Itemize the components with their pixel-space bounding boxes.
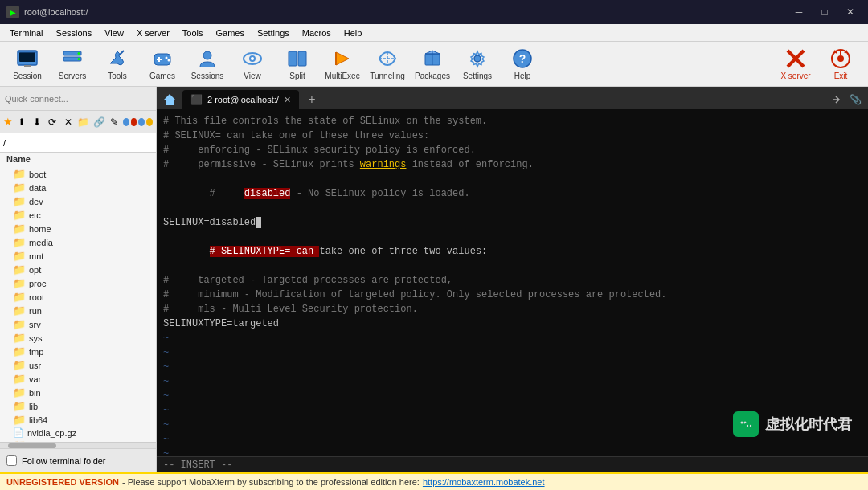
sidebar-link-btn[interactable]: 🔗 (92, 113, 105, 131)
toolbar-view-label: View (244, 71, 261, 80)
sidebar: ★ ⬆ ⬇ ⟳ ✕ 📁 🔗 ✎ / Name 📁 boot (0, 87, 157, 472)
path-input[interactable]: / (3, 138, 153, 148)
terminal-area: ⬛ 2 root@localhost:/ ✕ + 📎 # This file c… (157, 87, 868, 472)
toolbar-packages[interactable]: Packages (411, 45, 453, 84)
pin-icon[interactable]: 📎 (845, 90, 865, 109)
tree-item-run[interactable]: 📁 run (0, 304, 156, 317)
tree-item-opt[interactable]: 📁 opt (0, 263, 156, 276)
toolbar-separator (768, 45, 768, 77)
tree-item-lib64[interactable]: 📁 lib64 (0, 413, 156, 427)
tree-item-boot[interactable]: 📁 boot (0, 167, 156, 181)
menu-macros[interactable]: Macros (296, 27, 338, 39)
tree-item-mnt[interactable]: 📁 mnt (0, 249, 156, 263)
toolbar-sessions-label: Sessions (191, 71, 224, 80)
tree-item-proc[interactable]: 📁 proc (0, 276, 156, 290)
folder-icon: 📁 (13, 291, 26, 303)
tree-item-data[interactable]: 📁 data (0, 181, 156, 194)
sidebar-download-btn[interactable]: ⬇ (31, 113, 44, 131)
sidebar-edit-btn[interactable]: ✎ (108, 113, 121, 131)
toolbar-session[interactable]: Session (6, 45, 48, 84)
folder-icon: 📁 (13, 168, 26, 180)
menu-xserver[interactable]: X server (130, 27, 176, 39)
minimize-button[interactable]: ─ (788, 4, 810, 20)
sidebar-stop-btn[interactable]: ✕ (61, 113, 75, 131)
sidebar-new-folder-btn[interactable]: 📁 (76, 113, 90, 131)
tree-item-srv[interactable]: 📁 srv (0, 317, 156, 331)
exit-icon (829, 47, 852, 70)
tree-item-usr[interactable]: 📁 usr (0, 358, 156, 372)
quick-connect-input[interactable] (5, 94, 151, 104)
toolbar-games-label: Games (149, 71, 175, 80)
svg-point-40 (747, 425, 748, 427)
tree-item-bin[interactable]: 📁 bin (0, 386, 156, 399)
term-tilde-3: ~ (163, 360, 862, 374)
unregistered-label: UNREGISTERED VERSION (6, 477, 119, 487)
tree-item-root[interactable]: 📁 root (0, 290, 156, 304)
tab-nav-home[interactable] (160, 90, 179, 109)
toolbar-xserver[interactable]: X server (775, 45, 817, 84)
folder-icon: 📁 (13, 386, 26, 398)
tree-item-nvidia[interactable]: 📄 nvidia_cp.gz (0, 427, 156, 439)
bookmark-star-icon[interactable]: ★ (3, 116, 14, 129)
menu-settings[interactable]: Settings (251, 27, 296, 39)
toolbar-servers[interactable]: Servers (51, 45, 93, 84)
sidebar-scrollbar-thumb[interactable] (8, 443, 56, 448)
toolbar-tools[interactable]: Tools (96, 45, 138, 84)
tab-close-button[interactable]: ✕ (284, 95, 291, 105)
toolbar-settings-label: Settings (463, 71, 492, 80)
sidebar-up-btn[interactable]: ⬆ (15, 113, 29, 131)
tree-item-sys[interactable]: 📁 sys (0, 331, 156, 345)
menu-terminal[interactable]: Terminal (3, 27, 50, 39)
svg-rect-2 (24, 65, 31, 67)
tree-item-label: tmp (29, 347, 43, 357)
toolbar: Session Servers Tools Games Sessions Vie… (0, 42, 868, 87)
toolbar-settings[interactable]: Settings (457, 45, 498, 84)
add-tab-button[interactable]: + (302, 90, 321, 109)
tree-item-tmp[interactable]: 📁 tmp (0, 345, 156, 358)
toolbar-help[interactable]: ? Help (502, 45, 543, 84)
tree-item-var[interactable]: 📁 var (0, 372, 156, 386)
menu-games[interactable]: Games (210, 27, 251, 39)
toolbar-tunneling[interactable]: Tunneling (366, 45, 408, 84)
status-message: - Please support MobaXterm by subscribin… (122, 477, 420, 487)
toolbar-help-label: Help (514, 71, 531, 80)
toolbar-exit[interactable]: Exit (820, 45, 862, 84)
tree-item-home[interactable]: 📁 home (0, 222, 156, 235)
tree-item-label: mnt (29, 251, 43, 261)
sidebar-scrollbar[interactable] (0, 442, 156, 448)
svg-point-37 (741, 422, 743, 424)
title-bar: ▶ root@localhost:/ ─ □ ✕ (0, 0, 868, 24)
tree-item-dev[interactable]: 📁 dev (0, 194, 156, 208)
toolbar-sessions[interactable]: Sessions (186, 45, 228, 84)
menu-sessions[interactable]: Sessions (50, 27, 99, 39)
menu-tools[interactable]: Tools (176, 27, 210, 39)
multiexec-icon (331, 47, 354, 70)
mobatek-link[interactable]: https://mobaxterm.mobatek.net (423, 477, 545, 487)
close-button[interactable]: ✕ (839, 4, 862, 20)
tree-item-label: opt (29, 265, 41, 275)
sidebar-footer: Follow terminal folder (0, 448, 156, 472)
toolbar-games[interactable]: Games (141, 45, 183, 84)
sessions-icon (196, 47, 219, 70)
tree-item-media[interactable]: 📁 media (0, 235, 156, 249)
toolbar-view[interactable]: View (231, 45, 273, 84)
toolbar-exit-label: Exit (834, 71, 848, 80)
tab-attach-button[interactable] (826, 90, 845, 109)
toolbar-multiexec[interactable]: MultiExec (321, 45, 363, 84)
terminal-content[interactable]: # This file controls the state of SELinu… (157, 109, 868, 456)
folder-icon: 📁 (13, 263, 26, 276)
tab-root-localhost[interactable]: ⬛ 2 root@localhost:/ ✕ (182, 90, 299, 109)
svg-point-28 (474, 55, 481, 62)
toolbar-tunneling-label: Tunneling (370, 71, 405, 80)
follow-terminal-checkbox[interactable] (6, 455, 17, 466)
maximize-button[interactable]: □ (813, 4, 836, 20)
file-tree[interactable]: 📁 boot 📁 data 📁 dev 📁 etc 📁 home 📁 m (0, 165, 156, 442)
tree-item-label: bin (29, 388, 41, 398)
tree-item-etc[interactable]: 📁 etc (0, 208, 156, 222)
menu-help[interactable]: Help (338, 27, 369, 39)
folder-icon: 📁 (13, 400, 26, 412)
toolbar-split[interactable]: Split (276, 45, 318, 84)
tree-item-lib[interactable]: 📁 lib (0, 399, 156, 413)
sidebar-refresh-btn[interactable]: ⟳ (46, 113, 59, 131)
menu-view[interactable]: View (98, 27, 130, 39)
